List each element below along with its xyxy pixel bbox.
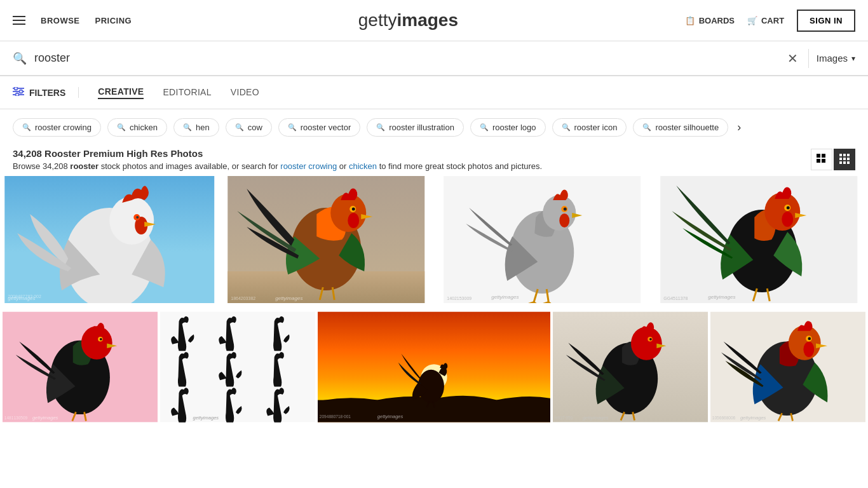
desc-suffix: to find more great stock photos and pict… (377, 161, 542, 171)
desc-middle: stock photos and images available, or se… (98, 161, 280, 171)
tab-video[interactable]: VIDEO (231, 87, 259, 98)
svg-point-1 (15, 87, 18, 90)
results-info-row: 34,208 Rooster Premium High Res Photos B… (0, 146, 868, 176)
svg-point-82 (645, 343, 654, 356)
chip-rooster-illustration[interactable]: 🔍 rooster illustration (367, 118, 464, 137)
chip-label: rooster vector (301, 123, 351, 132)
image-type-dropdown[interactable]: Images ▾ (817, 53, 855, 64)
svg-text:gettyimages: gettyimages (275, 295, 302, 301)
chip-rooster-logo[interactable]: 🔍 rooster logo (470, 118, 546, 137)
search-bar: 🔍 ✕ Images ▾ (0, 41, 868, 76)
grid-regular-button[interactable] (811, 149, 832, 170)
results-count: 34,208 Rooster Premium High Res Photos (13, 148, 542, 159)
sign-in-button[interactable]: SIGN IN (797, 10, 855, 32)
svg-point-94 (808, 337, 811, 341)
svg-point-31 (348, 213, 359, 228)
chip-hen[interactable]: 🔍 hen (173, 118, 219, 137)
grid-regular-icon (817, 154, 827, 166)
svg-rect-8 (817, 159, 820, 163)
image-item-6[interactable]: gettyimages (160, 308, 315, 426)
chip-label: rooster crowing (35, 123, 92, 132)
svg-text:gettyimages: gettyimages (193, 415, 219, 421)
svg-text:H917·950: H917·950 (555, 416, 573, 420)
header-left: BROWSE PRICING (13, 16, 132, 25)
image-item-9[interactable]: gettyimages 1056668006 (710, 308, 865, 426)
tag-chips-container: 🔍 rooster crowing 🔍 chicken 🔍 hen 🔍 cow … (0, 109, 868, 146)
image-item-3[interactable]: gettyimages 1402153009 (435, 176, 649, 303)
chip-label: rooster logo (492, 123, 536, 132)
tab-editorial[interactable]: EDITORIAL (163, 87, 211, 98)
desc-prefix: Browse 34,208 (13, 161, 70, 171)
image-item-7[interactable]: gettyimages 2094880718·001 (318, 308, 550, 426)
svg-text:gettyimages: gettyimages (708, 294, 735, 300)
chip-rooster-icon[interactable]: 🔍 rooster icon (552, 118, 627, 137)
svg-rect-7 (822, 154, 825, 158)
svg-text:gettyimages: gettyimages (583, 415, 609, 421)
svg-point-61 (96, 342, 105, 356)
svg-text:2094880718·001: 2094880718·001 (320, 414, 351, 419)
chip-label: rooster icon (574, 123, 618, 132)
logo[interactable]: gettyimages (358, 10, 458, 30)
chip-search-icon: 🔍 (183, 123, 192, 132)
header-right: 📋 BOARDS 🛒 CART SIGN IN (685, 10, 855, 32)
logo-images: images (397, 10, 459, 30)
image-item-2[interactable]: gettyimages 1864203382 (219, 176, 433, 303)
chip-label: rooster silhouette (655, 123, 719, 132)
cart-icon: 🛒 (747, 16, 757, 25)
image-item-8[interactable]: gettyimages H917·950 (553, 308, 708, 426)
chip-search-icon: 🔍 (117, 123, 126, 132)
boards-button[interactable]: 📋 BOARDS (685, 16, 735, 25)
pricing-link[interactable]: PRICING (95, 16, 132, 25)
search-input[interactable] (34, 51, 787, 65)
chip-search-icon: 🔍 (376, 123, 385, 132)
svg-text:1056668006: 1056668006 (712, 416, 736, 420)
chips-next-button[interactable]: › (735, 121, 743, 134)
hamburger-menu-icon[interactable] (13, 16, 25, 25)
image-item-4[interactable]: gettyimages GG4511378 (652, 176, 866, 303)
chevron-down-icon: ▾ (851, 54, 855, 63)
svg-rect-11 (843, 154, 846, 156)
logo-center: gettyimages (132, 10, 684, 30)
cart-button[interactable]: 🛒 CART (747, 16, 784, 25)
svg-point-5 (16, 93, 19, 97)
svg-rect-9 (822, 159, 825, 163)
chip-search-icon: 🔍 (642, 123, 651, 132)
svg-point-40 (543, 195, 576, 231)
chip-rooster-crowing[interactable]: 🔍 rooster crowing (13, 118, 101, 137)
svg-point-53 (786, 207, 789, 210)
chip-search-icon: 🔍 (288, 123, 297, 132)
view-toggle (811, 149, 855, 170)
svg-text:1481130509: 1481130509 (4, 416, 28, 420)
chip-chicken[interactable]: 🔍 chicken (107, 118, 167, 137)
image-item-5[interactable]: gettyimages 1481130509 (3, 308, 158, 426)
chip-label: hen (196, 123, 210, 132)
desc-or: or (337, 161, 349, 171)
rooster-crowing-link[interactable]: rooster crowing (280, 161, 337, 171)
tab-creative[interactable]: CREATIVE (98, 86, 144, 99)
search-icon: 🔍 (13, 51, 27, 65)
chicken-link[interactable]: chicken (349, 161, 377, 171)
main-header: BROWSE PRICING gettyimages 📋 BOARDS 🛒 CA… (0, 0, 868, 41)
image-item-1[interactable]: gettyimages 2008487783·002 (3, 176, 217, 303)
grid-compact-icon (839, 154, 850, 166)
filters-button[interactable]: FILTERS (13, 87, 79, 98)
svg-point-84 (649, 338, 652, 341)
filter-sliders-icon (13, 87, 24, 98)
results-description: Browse 34,208 rooster stock photos and i… (13, 161, 542, 171)
svg-rect-12 (847, 154, 850, 156)
chip-cow[interactable]: 🔍 cow (226, 118, 272, 137)
image-grid-row1: gettyimages 2008487783·002 (0, 176, 868, 306)
clear-search-button[interactable]: ✕ (787, 51, 798, 66)
cart-label: CART (761, 16, 784, 25)
svg-rect-10 (839, 154, 842, 156)
browse-link[interactable]: BROWSE (41, 16, 80, 25)
chip-rooster-vector[interactable]: 🔍 rooster vector (278, 118, 360, 137)
svg-text:gettyimages: gettyimages (740, 415, 766, 421)
grid-compact-button[interactable] (834, 149, 855, 170)
svg-rect-14 (843, 158, 846, 160)
chip-rooster-silhouette[interactable]: 🔍 rooster silhouette (633, 118, 728, 137)
svg-point-21 (109, 196, 154, 245)
svg-rect-16 (839, 161, 842, 164)
chip-label: rooster illustration (389, 123, 454, 132)
desc-keyword: rooster (70, 161, 98, 171)
